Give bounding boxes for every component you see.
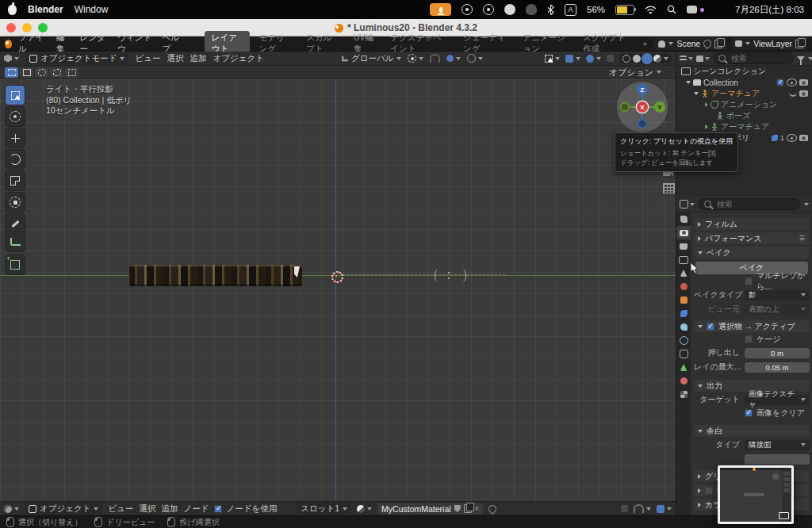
tab-constraints[interactable] (676, 347, 691, 361)
shading-material-button[interactable] (643, 55, 651, 63)
outliner-search-input[interactable] (730, 53, 788, 63)
tool-scale[interactable] (6, 171, 25, 190)
mesh-object-lowpoly[interactable] (129, 265, 302, 286)
multires-checkbox[interactable] (745, 277, 753, 285)
editor-type-selector[interactable] (4, 55, 19, 63)
menu-window[interactable]: Window (75, 4, 109, 15)
clear-image-checkbox[interactable] (745, 409, 753, 417)
freestyle-checkbox[interactable] (705, 487, 713, 495)
shell-app-icon[interactable] (526, 4, 537, 15)
cage-checkbox-row[interactable]: ケージ (745, 334, 810, 345)
panel-bake[interactable]: ベイク (694, 247, 810, 258)
line-app-icon[interactable] (504, 4, 515, 15)
selected-to-active-checkbox[interactable] (707, 323, 714, 331)
outliner-row-armature-data[interactable]: アーマチュア (676, 121, 812, 132)
tool-add-cube[interactable] (6, 255, 25, 274)
shader-editor-type[interactable] (4, 505, 19, 513)
show-gizmo-dropdown[interactable] (545, 55, 560, 63)
render-visibility-icon[interactable] (799, 90, 808, 97)
render-preview-toggle[interactable] (607, 55, 614, 62)
menubar-clock[interactable]: 7月26日(土) 8:03 (735, 4, 804, 16)
spotlight-icon[interactable] (667, 5, 676, 14)
extrusion-slider[interactable]: 0 m (745, 348, 810, 358)
shading-wireframe-button[interactable] (622, 55, 630, 63)
mode-dropdown[interactable]: オブジェクトモード (25, 52, 128, 64)
menu-select[interactable]: 選択 (139, 503, 155, 515)
hidden-eye-icon[interactable] (789, 91, 797, 97)
tab-physics[interactable] (676, 334, 691, 347)
gizmo-y-axis[interactable]: Y (654, 101, 665, 113)
new-material-icon[interactable] (464, 504, 472, 513)
input-source-indicator[interactable]: A (565, 4, 576, 16)
bluetooth-icon[interactable] (547, 5, 554, 15)
shading-solid-button[interactable] (633, 55, 641, 63)
scene-selector[interactable]: Scene (654, 37, 726, 50)
expand-icon[interactable] (694, 92, 699, 95)
shader-type-dropdown[interactable]: オブジェクト (25, 503, 102, 515)
tab-tool[interactable] (676, 212, 691, 226)
select-mode-lasso-button[interactable] (50, 67, 63, 78)
snap-node-toggle[interactable] (621, 505, 628, 512)
tab-object[interactable] (676, 293, 691, 307)
transform-orientation-dropdown[interactable]: グローバル (342, 53, 401, 64)
outliner-row-scene-collection[interactable]: シーンコレクション (676, 66, 812, 77)
multires-checkbox-row[interactable]: マルチレゾから... (745, 276, 810, 287)
node-snapping-dropdown[interactable] (634, 504, 651, 513)
menu-object[interactable]: オブジェクト (213, 53, 263, 64)
view-from-dropdown[interactable]: 表面の上 (745, 304, 810, 315)
cage-checkbox[interactable] (745, 335, 753, 343)
shading-rendered-button[interactable] (653, 55, 661, 63)
tab-object-data[interactable] (676, 361, 691, 374)
screen-mirroring-icon[interactable] (687, 6, 697, 13)
menu-view[interactable]: ビュー (135, 53, 160, 64)
filter-icon[interactable] (797, 56, 805, 61)
outliner-scope-dropdown[interactable] (696, 55, 710, 62)
new-scene-icon[interactable] (714, 40, 722, 48)
status-icon-1[interactable] (462, 4, 473, 15)
use-nodes-checkbox[interactable] (214, 505, 222, 513)
tab-texture[interactable] (676, 388, 691, 401)
wifi-icon[interactable] (645, 6, 657, 14)
collection-checkbox[interactable] (777, 79, 784, 86)
menu-view[interactable]: ビュー (108, 503, 133, 515)
bake-type-dropdown[interactable]: 影 (745, 290, 810, 300)
material-name-field[interactable]: MyCustomMaterial × (377, 503, 483, 515)
gizmo-z-negative[interactable] (638, 119, 647, 128)
select-mode-box-button[interactable] (20, 67, 33, 78)
fake-user-shield-icon[interactable] (454, 505, 461, 512)
menu-select[interactable]: 選択 (167, 53, 183, 64)
hide-eye-icon[interactable] (787, 134, 797, 142)
gizmo-y-negative[interactable] (620, 102, 630, 112)
select-mode-circle-button[interactable] (35, 67, 48, 78)
tool-cursor[interactable] (6, 107, 25, 126)
outliner-row-collection[interactable]: Collection (676, 77, 812, 88)
tab-output[interactable] (676, 239, 691, 253)
properties-editor-type[interactable] (680, 200, 695, 209)
view-layer-selector[interactable]: ViewLayer (731, 37, 807, 50)
collapse-icon[interactable] (705, 102, 708, 107)
tab-particles[interactable] (676, 320, 691, 334)
new-view-layer-icon[interactable] (795, 40, 803, 48)
margin-type-dropdown[interactable]: 隣接面 (745, 440, 810, 450)
render-visibility-icon[interactable] (799, 135, 808, 141)
microphone-indicator[interactable] (430, 3, 451, 16)
slot-dropdown[interactable]: スロット1 (297, 503, 351, 515)
viewport-options-dropdown[interactable]: オプション (609, 67, 661, 78)
target-dropdown[interactable]: 画像テクスチャ (745, 395, 810, 405)
collapse-icon[interactable] (705, 124, 708, 129)
scene-name[interactable]: Scene (676, 39, 700, 48)
apple-logo-icon[interactable] (8, 5, 17, 15)
outliner-row-armature[interactable]: アーマチュア (676, 88, 812, 99)
gizmo-x-axis[interactable]: X (637, 101, 648, 113)
tool-annotate[interactable] (6, 214, 25, 233)
gizmo-z-axis[interactable]: Z (637, 84, 648, 95)
subpanel-margin[interactable]: 余白 (694, 425, 810, 437)
panel-film[interactable]: フィルム (694, 218, 810, 230)
tool-measure[interactable] (6, 232, 25, 251)
app-menu-blender[interactable]: Blender (28, 4, 63, 15)
viewport-3d[interactable]: ライト・平行投影 (80) Collection | 低ポリ 10センチメートル (0, 79, 676, 501)
xray-toggle[interactable] (586, 55, 601, 63)
tool-rotate[interactable] (6, 150, 25, 169)
tab-world[interactable] (676, 280, 691, 293)
select-mode-extra-button[interactable] (65, 67, 79, 78)
